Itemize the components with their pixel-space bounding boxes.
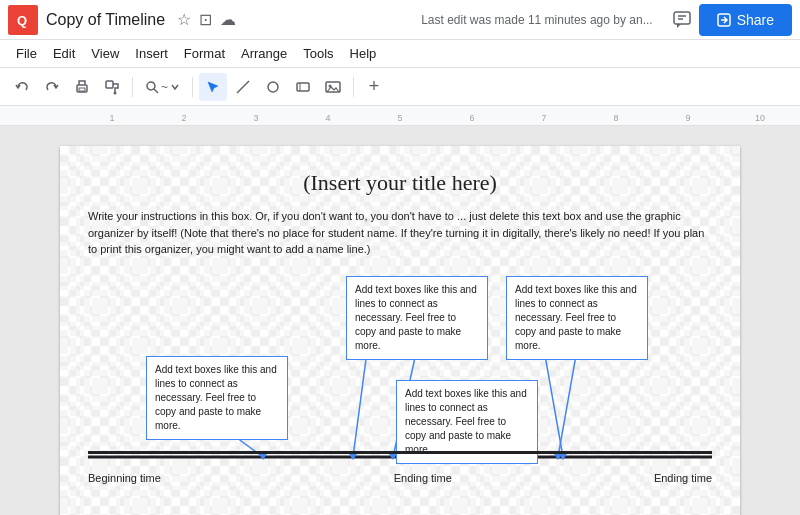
svg-rect-14 bbox=[297, 83, 309, 91]
menu-edit[interactable]: Edit bbox=[45, 44, 83, 63]
share-button[interactable]: Share bbox=[699, 4, 792, 36]
svg-text:Q: Q bbox=[17, 13, 27, 28]
app-icon: Q bbox=[8, 5, 38, 35]
last-edit-info: Last edit was made 11 minutes ago by an.… bbox=[421, 13, 652, 27]
svg-point-9 bbox=[114, 91, 117, 94]
text-box-3[interactable]: Add text boxes like this and lines to co… bbox=[146, 356, 288, 440]
svg-marker-30 bbox=[349, 454, 357, 460]
menu-format[interactable]: Format bbox=[176, 44, 233, 63]
insert-button[interactable]: + bbox=[360, 73, 388, 101]
svg-line-11 bbox=[154, 89, 158, 93]
menu-file[interactable]: File bbox=[8, 44, 45, 63]
svg-marker-32 bbox=[559, 454, 567, 460]
timeline-line bbox=[88, 451, 712, 454]
svg-marker-26 bbox=[259, 454, 267, 460]
menu-view[interactable]: View bbox=[83, 44, 127, 63]
menu-arrange[interactable]: Arrange bbox=[233, 44, 295, 63]
svg-line-23 bbox=[558, 344, 578, 457]
line-tool-button[interactable] bbox=[229, 73, 257, 101]
star-icon[interactable]: ☆ bbox=[177, 10, 191, 29]
document-title: Copy of Timeline bbox=[46, 11, 165, 29]
image-tool-button[interactable] bbox=[319, 73, 347, 101]
svg-point-10 bbox=[147, 82, 155, 90]
menu-tools[interactable]: Tools bbox=[295, 44, 341, 63]
paint-format-button[interactable] bbox=[98, 73, 126, 101]
redo-button[interactable] bbox=[38, 73, 66, 101]
menu-insert[interactable]: Insert bbox=[127, 44, 176, 63]
svg-rect-8 bbox=[106, 81, 113, 88]
svg-rect-2 bbox=[674, 12, 690, 24]
timeline-area: Add text boxes like this and lines to co… bbox=[88, 274, 712, 494]
zoom-control[interactable]: ~ bbox=[139, 73, 186, 101]
svg-line-29 bbox=[353, 344, 368, 457]
document-heading: (Insert your title here) bbox=[88, 170, 712, 196]
beginning-time-label: Beginning time bbox=[88, 472, 161, 484]
toolbar: ~ + bbox=[0, 68, 800, 106]
svg-line-12 bbox=[237, 81, 249, 93]
canvas-area: (Insert your title here) Write your inst… bbox=[0, 126, 800, 515]
menu-help[interactable]: Help bbox=[342, 44, 385, 63]
document-page: (Insert your title here) Write your inst… bbox=[60, 146, 740, 515]
comments-button[interactable] bbox=[665, 3, 699, 37]
svg-rect-7 bbox=[79, 88, 85, 91]
svg-marker-24 bbox=[554, 454, 562, 460]
ending-time-label-2: Ending time bbox=[654, 472, 712, 484]
svg-line-31 bbox=[543, 344, 563, 457]
menu-bar: File Edit View Insert Format Arrange Too… bbox=[0, 40, 800, 68]
shape-tool-button[interactable] bbox=[259, 73, 287, 101]
ending-time-label: Ending time bbox=[394, 472, 452, 484]
text-box-2[interactable]: Add text boxes like this and lines to co… bbox=[506, 276, 648, 360]
text-box-1[interactable]: Add text boxes like this and lines to co… bbox=[346, 276, 488, 360]
select-tool-button[interactable] bbox=[199, 73, 227, 101]
document-instructions: Write your instructions in this box. Or,… bbox=[88, 208, 712, 258]
undo-button[interactable] bbox=[8, 73, 36, 101]
textbox-tool-button[interactable] bbox=[289, 73, 317, 101]
svg-point-13 bbox=[268, 82, 278, 92]
ruler: 1 2 3 4 5 6 7 8 9 10 bbox=[0, 106, 800, 126]
cloud-icon[interactable]: ☁ bbox=[220, 10, 236, 29]
print-button[interactable] bbox=[68, 73, 96, 101]
folder-icon[interactable]: ⊡ bbox=[199, 10, 212, 29]
